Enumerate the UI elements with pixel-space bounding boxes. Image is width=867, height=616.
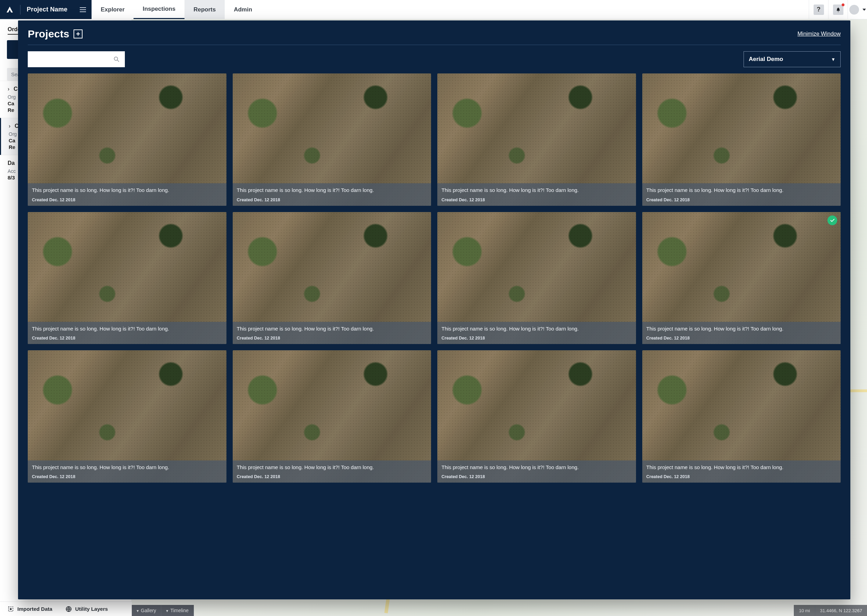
selected-check-icon (828, 215, 837, 225)
project-card[interactable]: This project name is so long. How long i… (233, 212, 432, 344)
project-name-label: This project name is so long. How long i… (646, 464, 837, 471)
project-name-label: This project name is so long. How long i… (646, 325, 837, 332)
project-card[interactable]: This project name is so long. How long i… (28, 74, 227, 206)
dropdown-value: Aerial Demo (749, 56, 783, 63)
project-name-label: This project name is so long. How long i… (237, 187, 427, 194)
modal-divider (28, 45, 841, 45)
project-card[interactable]: This project name is so long. How long i… (233, 350, 432, 482)
project-name-label: This project name is so long. How long i… (237, 464, 427, 471)
tab-explorer[interactable]: Explorer (91, 0, 134, 19)
project-date-label: Created Dec. 12 2018 (441, 198, 632, 202)
project-date-label: Created Dec. 12 2018 (237, 198, 427, 202)
project-name-label: This project name is so long. How long i… (32, 464, 222, 471)
project-date-label: Created Dec. 12 2018 (32, 474, 222, 479)
project-card-overlay: This project name is so long. How long i… (28, 460, 227, 482)
project-date-label: Created Dec. 12 2018 (441, 474, 632, 479)
projects-grid: This project name is so long. How long i… (28, 74, 841, 590)
top-navbar: Project Name ExplorerInspectionsReportsA… (0, 0, 867, 19)
project-search-input[interactable] (33, 57, 113, 62)
project-card-overlay: This project name is so long. How long i… (437, 460, 636, 482)
project-card[interactable]: This project name is so long. How long i… (233, 74, 432, 206)
project-name-label: This project name is so long. How long i… (441, 464, 632, 471)
project-card-overlay: This project name is so long. How long i… (233, 322, 432, 344)
project-date-label: Created Dec. 12 2018 (441, 336, 632, 341)
project-name-label: This project name is so long. How long i… (237, 325, 427, 332)
project-card-overlay: This project name is so long. How long i… (642, 183, 841, 206)
menu-icon[interactable] (80, 7, 86, 12)
svg-point-3 (114, 57, 118, 60)
project-date-label: Created Dec. 12 2018 (32, 198, 222, 202)
help-icon: ? (813, 5, 824, 15)
project-name-label: This project name is so long. How long i… (32, 325, 222, 332)
chevron-down-icon: ▼ (831, 57, 835, 62)
app-logo-icon (6, 6, 14, 14)
modal-controls: Aerial Demo ▼ (28, 51, 841, 67)
nav-right: ? (809, 0, 867, 19)
project-date-label: Created Dec. 12 2018 (646, 336, 837, 341)
modal-header: Projects + Minimize Window (28, 28, 841, 40)
tab-reports[interactable]: Reports (184, 0, 225, 19)
minimize-window-link[interactable]: Minimize Window (798, 31, 841, 37)
project-name-label: This project name is so long. How long i… (32, 187, 222, 194)
project-card-overlay: This project name is so long. How long i… (642, 322, 841, 344)
modal-backdrop: Projects + Minimize Window Aerial Demo ▼… (0, 19, 867, 616)
modal-title: Projects (28, 28, 69, 40)
brand-block: Project Name (0, 0, 91, 19)
bell-icon (833, 5, 843, 15)
project-card-overlay: This project name is so long. How long i… (28, 183, 227, 206)
project-date-label: Created Dec. 12 2018 (237, 336, 427, 341)
search-icon (113, 56, 120, 63)
avatar-icon (849, 5, 859, 14)
project-card[interactable]: This project name is so long. How long i… (642, 212, 841, 344)
project-name-label: This project name is so long. How long i… (646, 187, 837, 194)
project-card[interactable]: This project name is so long. How long i… (437, 74, 636, 206)
project-card[interactable]: This project name is so long. How long i… (642, 350, 841, 482)
project-name-label: This project name is so long. How long i… (441, 325, 632, 332)
project-card[interactable]: This project name is so long. How long i… (437, 350, 636, 482)
project-card-overlay: This project name is so long. How long i… (437, 322, 636, 344)
project-card-overlay: This project name is so long. How long i… (233, 183, 432, 206)
user-menu[interactable] (848, 0, 867, 19)
nav-tabs: ExplorerInspectionsReportsAdmin (91, 0, 261, 19)
brand-divider (20, 5, 20, 14)
notification-dot-icon (842, 3, 845, 6)
project-card-overlay: This project name is so long. How long i… (437, 183, 636, 206)
plus-icon: + (76, 30, 80, 38)
help-button[interactable]: ? (809, 0, 828, 19)
project-name-label: This project name is so long. How long i… (441, 187, 632, 194)
project-filter-dropdown[interactable]: Aerial Demo ▼ (744, 51, 841, 67)
project-card-overlay: This project name is so long. How long i… (233, 460, 432, 482)
project-name: Project Name (27, 6, 67, 13)
project-date-label: Created Dec. 12 2018 (646, 198, 837, 202)
project-card-overlay: This project name is so long. How long i… (28, 322, 227, 344)
project-card-overlay: This project name is so long. How long i… (642, 460, 841, 482)
project-date-label: Created Dec. 12 2018 (32, 336, 222, 341)
project-search[interactable] (28, 51, 125, 67)
project-date-label: Created Dec. 12 2018 (646, 474, 837, 479)
tab-admin[interactable]: Admin (225, 0, 261, 19)
projects-modal: Projects + Minimize Window Aerial Demo ▼… (18, 20, 850, 599)
svg-line-4 (118, 60, 119, 62)
project-date-label: Created Dec. 12 2018 (237, 474, 427, 479)
project-card[interactable]: This project name is so long. How long i… (28, 350, 227, 482)
notifications-button[interactable] (828, 0, 848, 19)
project-card[interactable]: This project name is so long. How long i… (437, 212, 636, 344)
project-card[interactable]: This project name is so long. How long i… (642, 74, 841, 206)
add-project-button[interactable]: + (74, 30, 82, 38)
chevron-down-icon (862, 9, 866, 11)
project-card[interactable]: This project name is so long. How long i… (28, 212, 227, 344)
tab-inspections[interactable]: Inspections (134, 0, 184, 19)
